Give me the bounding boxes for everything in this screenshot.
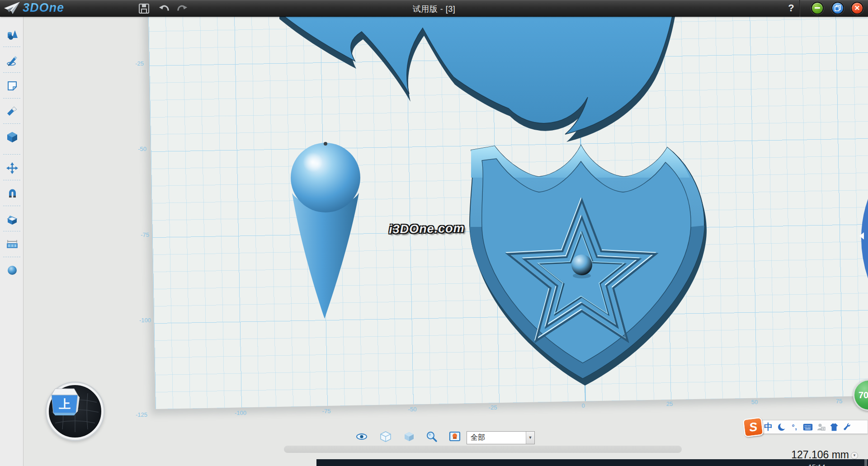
display-filter-value: 全部 <box>467 433 526 442</box>
close-icon: ✕ <box>854 4 860 12</box>
save-icon[interactable] <box>138 3 150 14</box>
combine-box-icon[interactable] <box>6 213 18 225</box>
show-desktop-edge[interactable] <box>864 459 867 466</box>
wireframe-cube-icon[interactable] <box>380 431 392 442</box>
window-title: 试用版 - [3] <box>413 4 456 14</box>
magnet-assembly-icon[interactable] <box>6 188 18 199</box>
render-mode-icon[interactable] <box>449 431 461 442</box>
sketch-plane-icon[interactable] <box>6 80 18 92</box>
user-skin-icon[interactable] <box>814 420 827 434</box>
taskbar-strip[interactable]: 15:14 <box>316 459 868 466</box>
undo-icon[interactable] <box>158 3 170 14</box>
sidebar-divider <box>3 72 20 73</box>
moon-icon[interactable] <box>775 420 788 434</box>
sidebar-divider <box>3 231 20 231</box>
zoom-magnifier-icon[interactable] <box>426 431 438 442</box>
sidebar-divider <box>3 47 20 47</box>
ime-punctuation-toggle[interactable]: °, <box>788 420 801 434</box>
shield-star-badge-solid[interactable] <box>470 145 707 386</box>
taskbar-clock: 15:14 <box>808 463 826 466</box>
paper-plane-icon <box>4 1 21 15</box>
sidebar-divider <box>3 206 20 206</box>
center-sphere <box>571 254 592 275</box>
restore-button[interactable] <box>831 2 844 14</box>
redo-icon[interactable] <box>177 3 189 14</box>
brand-name: 3DOne <box>23 1 64 15</box>
sidebar-divider <box>3 180 20 180</box>
ime-mode-toggle[interactable]: 中 <box>762 420 775 434</box>
title-bar: 3DOne 试用版 - [3] ? ✕ <box>0 0 868 17</box>
sketch-pencil-icon[interactable] <box>6 55 18 66</box>
sidebar-divider <box>3 257 20 257</box>
material-sphere-icon[interactable] <box>6 264 18 276</box>
ime-toolbar: S 中 °, <box>761 420 868 434</box>
tool-sidebar <box>0 17 24 466</box>
cone-with-sphere-solid[interactable] <box>291 142 360 319</box>
ime-logo[interactable]: S <box>743 417 764 438</box>
move-transform-icon[interactable] <box>6 162 18 174</box>
view-cube-widget[interactable]: 上 <box>47 383 104 440</box>
titlebar-separator <box>799 0 800 17</box>
trim-edit-icon[interactable] <box>6 106 18 118</box>
side-panel-flyout-handle[interactable] <box>854 198 868 279</box>
measurement-unit-toggle[interactable]: ▼ <box>851 452 858 459</box>
app-logo: 3DOne <box>4 1 64 15</box>
watermark: i3DOne.com <box>389 221 465 237</box>
minimize-button[interactable] <box>811 2 824 14</box>
feature-cube-icon[interactable] <box>6 131 18 143</box>
viewport-canvas[interactable]: -25 -50 -75 -100 -125 -100 -75 -50 -25 0… <box>24 17 868 466</box>
optimizer-score: 70 <box>859 390 868 400</box>
view-cube-face-label: 上 <box>59 397 71 411</box>
help-button[interactable]: ? <box>785 2 797 14</box>
bottom-scroll-band[interactable] <box>284 446 682 453</box>
wrench-icon[interactable] <box>840 420 854 434</box>
restore-icon <box>835 5 841 11</box>
model-layer <box>24 17 868 466</box>
chevron-down-icon[interactable]: ▼ <box>526 432 534 444</box>
shaded-cube-icon[interactable] <box>403 431 415 442</box>
minimize-icon <box>815 7 820 9</box>
sidebar-divider <box>3 123 20 124</box>
keyboard-icon[interactable] <box>801 420 814 434</box>
primitive-solids-icon[interactable] <box>6 29 18 41</box>
bat-blade-solid[interactable] <box>278 17 675 142</box>
wardrobe-shirt-icon[interactable] <box>827 420 840 434</box>
sidebar-divider <box>3 154 20 155</box>
close-button[interactable]: ✕ <box>851 2 863 14</box>
visibility-eye-icon[interactable] <box>356 431 368 442</box>
measure-icon[interactable] <box>6 239 18 250</box>
sidebar-divider <box>3 98 20 99</box>
display-filter-dropdown[interactable]: 全部 ▼ <box>467 431 535 444</box>
view-cube[interactable]: 上 <box>49 385 80 417</box>
